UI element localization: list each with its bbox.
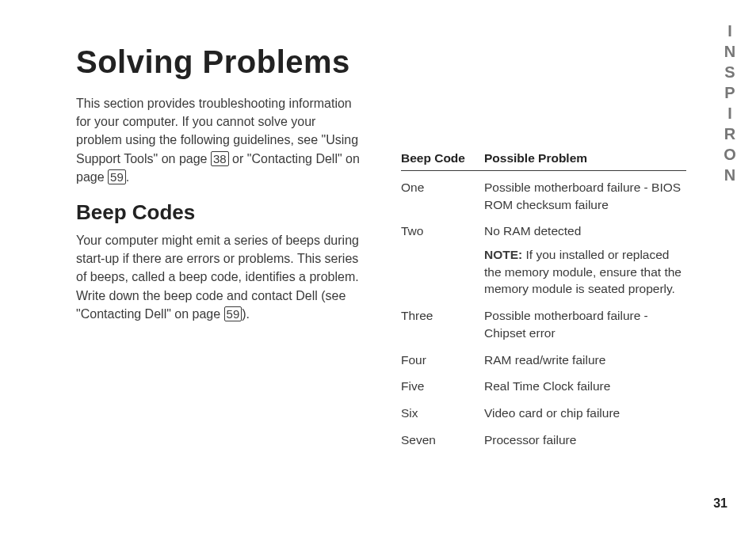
table-header-code: Beep Code [401, 151, 484, 165]
page-ref-59b[interactable]: 59 [224, 306, 242, 321]
table-row: Three Possible motherboard failure - Chi… [401, 307, 686, 341]
problem-cell: No RAM detected NOTE: If you installed o… [484, 222, 686, 298]
two-column-layout: This section provides troubleshooting in… [76, 94, 686, 458]
problem-text: No RAM detected [484, 222, 686, 240]
table-row: Six Video card or chip failure [401, 405, 686, 422]
table-row: One Possible motherboard failure - BIOS … [401, 179, 686, 213]
beep-text-2: ). [242, 307, 250, 321]
beep-code-cell: Four [401, 352, 484, 369]
problem-cell: RAM read/write failure [484, 352, 686, 369]
table-header: Beep Code Possible Problem [401, 151, 686, 171]
beep-code-cell: Five [401, 378, 484, 395]
right-column: Beep Code Possible Problem One Possible … [401, 94, 686, 458]
table-row: Two No RAM detected NOTE: If you install… [401, 222, 686, 298]
beep-code-cell: Two [401, 222, 484, 298]
intro-paragraph: This section provides troubleshooting in… [76, 94, 361, 186]
page-ref-59[interactable]: 59 [108, 169, 126, 184]
page-number: 31 [713, 496, 727, 511]
problem-cell: Possible motherboard failure - BIOS ROM … [484, 179, 686, 213]
note-label: NOTE: [484, 248, 522, 261]
page-content: Solving Problems This section provides t… [76, 44, 686, 458]
brand-vertical-label: INSPIRON [720, 22, 739, 187]
table-row: Seven Processor failure [401, 431, 686, 449]
table-row: Four RAM read/write failure [401, 352, 686, 369]
note-block: NOTE: If you installed or replaced the m… [484, 246, 686, 298]
beep-code-cell: Three [401, 307, 484, 341]
page-ref-38[interactable]: 38 [211, 151, 229, 166]
intro-text-3: . [126, 170, 129, 184]
problem-cell: Processor failure [484, 431, 686, 449]
beep-codes-heading: Beep Codes [76, 200, 361, 225]
problem-cell: Possible motherboard failure - Chipset e… [484, 307, 686, 341]
page-title: Solving Problems [76, 44, 686, 80]
table-header-problem: Possible Problem [484, 151, 686, 165]
beep-codes-paragraph: Your computer might emit a series of bee… [76, 231, 361, 323]
problem-cell: Video card or chip failure [484, 405, 686, 422]
beep-code-cell: One [401, 179, 484, 213]
left-column: This section provides troubleshooting in… [76, 94, 361, 458]
beep-text-1: Your computer might emit a series of bee… [76, 234, 359, 321]
problem-cell: Real Time Clock failure [484, 378, 686, 395]
beep-code-cell: Seven [401, 431, 484, 449]
beep-code-cell: Six [401, 405, 484, 422]
table-row: Five Real Time Clock failure [401, 378, 686, 395]
